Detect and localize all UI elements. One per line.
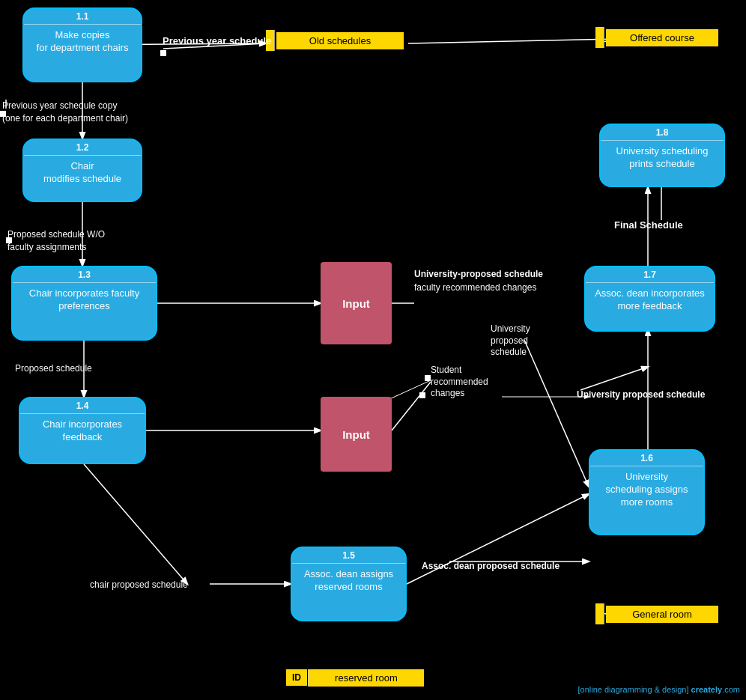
prev-year-schedule-label: Previous year schedule [163,34,271,48]
svg-line-5 [84,464,187,584]
box-label-18: University schedulingprints schedule [601,144,724,174]
box-label-16: Universityscheduling assignsmore rooms [590,469,703,512]
svg-rect-28 [425,375,431,381]
box-label-15: Assoc. dean assignsreserved rooms [292,567,405,597]
process-box-15: 1.5 Assoc. dean assignsreserved rooms [291,547,407,621]
univ-proposed-bot-label: University proposed schedule [577,389,705,401]
box-id-14: 1.4 [20,398,145,414]
box-label-13: Chair incorporates facultypreferences [13,286,156,316]
old-schedules-label: Old schedules [276,32,404,49]
general-room-box: General room [595,603,718,624]
input-label-1: Input [342,297,370,310]
prev-year-copy-label: Previous year schedule copy(one for each… [2,100,128,125]
univ-proposed-mid-label: Universityproposedschedule [491,323,530,359]
svg-rect-25 [160,50,166,56]
process-box-12: 1.2 Chairmodifies schedule [22,139,142,202]
process-box-14: 1.4 Chair incorporatesfeedback [19,397,146,464]
box-id-12: 1.2 [24,140,141,156]
process-box-11: 1.1 Make copiesfor department chairs [22,7,142,82]
input-label-2: Input [342,428,370,441]
box-id-16: 1.6 [590,451,703,466]
proposed-label: Proposed schedule [15,362,92,375]
reserved-room-box: ID reserved room [285,669,424,687]
process-box-16: 1.6 Universityscheduling assignsmore roo… [589,449,705,535]
box-label-17: Assoc. dean incorporatesmore feedback [586,286,714,316]
process-box-18: 1.8 University schedulingprints schedule [599,124,725,187]
reserved-room-label: reserved room [308,669,424,687]
box-label-14: Chair incorporatesfeedback [20,417,145,447]
box-id-18: 1.8 [601,125,724,141]
chair-proposed-label: chair proposed schedule [90,579,188,591]
box-id-15: 1.5 [292,548,405,564]
svg-line-21 [408,39,617,43]
reserved-room-id: ID [285,669,308,687]
univ-proposed-top-label: University-proposed schedule [414,268,543,281]
old-schedules-box: Old schedules [266,30,404,51]
input-box-2: Input [321,397,392,472]
assoc-proposed-label: Assoc. dean proposed schedule [422,560,560,573]
input-box-1: Input [321,262,392,344]
box-id-17: 1.7 [586,267,714,283]
process-box-13: 1.3 Chair incorporates facultypreference… [11,266,157,341]
box-id-13: 1.3 [13,267,156,283]
student-rec-label: Studentrecommendedchanges [431,365,488,400]
process-box-17: 1.7 Assoc. dean incorporatesmore feedbac… [584,266,715,332]
creately-text: [online diagramming & design] [578,685,689,694]
svg-line-13 [580,367,648,390]
svg-rect-29 [419,392,425,398]
proposed-wo-label: Proposed schedule W/Ofaculty assignments [7,228,105,254]
creately-badge: [online diagramming & design] creately.c… [578,685,740,694]
general-room-label: General room [606,606,718,623]
box-label-12: Chairmodifies schedule [24,159,141,189]
creately-brand: creately [691,685,723,694]
offered-course-box: Offered course [595,27,718,48]
svg-line-22 [524,340,589,487]
offered-course-label: Offered course [606,29,718,46]
creately-suffix: .com [722,685,740,694]
box-id-11: 1.1 [24,9,141,25]
faculty-rec-label: faculty recommended changes [414,281,536,294]
box-label-11: Make copiesfor department chairs [24,28,141,58]
final-schedule-label: Final Schedule [614,219,683,232]
svg-line-8 [392,382,431,430]
